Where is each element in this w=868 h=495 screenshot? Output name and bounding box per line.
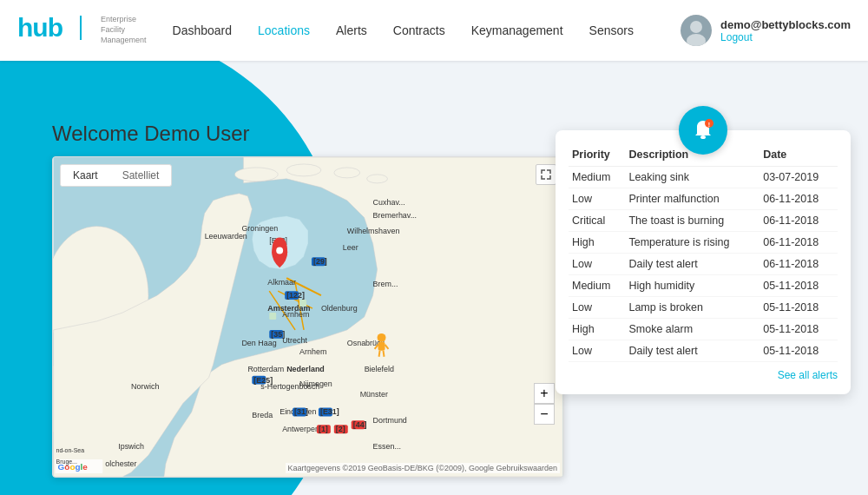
svg-text:[29]: [29] <box>313 257 327 266</box>
table-row: Low Daily test alert 06-11-2018 <box>569 254 838 275</box>
svg-text:[2]: [2] <box>336 425 345 433</box>
avatar <box>681 15 712 46</box>
alerts-table-body: Medium Leaking sink 03-07-2019 Low Print… <box>569 167 838 362</box>
alert-date: 05-11-2018 <box>760 275 838 297</box>
svg-line-75 <box>384 351 385 357</box>
zoom-out-button[interactable]: − <box>534 404 555 425</box>
svg-text:Arnhem: Arnhem <box>282 310 309 319</box>
alert-date: 05-11-2018 <box>760 340 838 362</box>
see-all-alerts[interactable]: See all alerts <box>569 362 838 381</box>
map-tab-kaart[interactable]: Kaart <box>61 165 110 186</box>
svg-text:Dortmund: Dortmund <box>373 416 407 425</box>
svg-text:[35]: [35] <box>271 330 285 339</box>
alert-description: Smoke alarm <box>625 319 760 340</box>
alert-date: 06-11-2018 <box>760 254 838 275</box>
svg-text:Brem...: Brem... <box>373 280 398 288</box>
alert-date: 06-11-2018 <box>760 188 838 210</box>
table-row: Low Lamp is broken 05-11-2018 <box>569 297 838 319</box>
alert-priority: Medium <box>569 167 625 188</box>
alert-description: Leaking sink <box>625 167 760 188</box>
svg-text:Ipswich: Ipswich <box>118 442 144 451</box>
svg-text:Münster: Münster <box>360 390 388 399</box>
nav-dashboard[interactable]: Dashboard <box>173 23 233 37</box>
nav-locations[interactable]: Locations <box>258 23 310 37</box>
logo-hub: hub <box>17 10 95 51</box>
table-row: Medium High humidity 05-11-2018 <box>569 275 838 297</box>
logout-link[interactable]: Logout <box>720 31 851 43</box>
svg-text:Nederland: Nederland <box>286 365 325 373</box>
nav-keymanagement[interactable]: Keymanagement <box>471 23 563 37</box>
map-tabs: Kaart Satelliet <box>60 164 172 187</box>
svg-text:Breda: Breda <box>252 411 273 419</box>
alert-priority: Medium <box>569 275 625 297</box>
svg-text:Oldenburg: Oldenburg <box>321 304 358 313</box>
svg-text:Bremerhav...: Bremerhav... <box>373 211 417 220</box>
header: hub Enterprise Facility Management Dashb… <box>0 0 868 61</box>
table-row: Low Printer malfunction 06-11-2018 <box>569 188 838 210</box>
map-tab-satelliet[interactable]: Satelliet <box>110 165 172 186</box>
svg-point-70 <box>378 333 386 342</box>
table-row: High Smoke alarm 05-11-2018 <box>569 319 838 340</box>
alert-date: 06-11-2018 <box>760 232 838 254</box>
svg-text:Rotterdam: Rotterdam <box>247 365 284 373</box>
nav-alerts[interactable]: Alerts <box>336 23 367 37</box>
bell-icon-container: ! <box>679 106 727 155</box>
svg-text:olchester: olchester <box>105 459 136 468</box>
svg-text:Norwich: Norwich <box>131 382 159 391</box>
svg-text:Leeuwarden: Leeuwarden <box>205 232 247 241</box>
svg-text:Bruge...: Bruge... <box>56 459 77 465</box>
col-priority: Priority <box>569 143 625 167</box>
svg-point-3 <box>690 21 702 33</box>
svg-text:Leer: Leer <box>343 243 358 252</box>
table-row: High Temperature is rising 06-11-2018 <box>569 232 838 254</box>
svg-text:[122]: [122] <box>286 291 305 300</box>
zoom-in-button[interactable]: + <box>534 383 555 404</box>
nav-contracts[interactable]: Contracts <box>393 23 445 37</box>
svg-text:[E31]: [E31] <box>320 407 339 416</box>
svg-text:[1]: [1] <box>319 425 328 433</box>
svg-text:[E25]: [E25] <box>253 376 273 385</box>
alert-priority: Low <box>569 188 625 210</box>
alert-description: Temperature is rising <box>625 232 760 254</box>
alert-description: Daily test alert <box>625 254 760 275</box>
welcome-text: Welcome Demo User <box>52 122 250 146</box>
logo-area: hub Enterprise Facility Management <box>17 10 147 51</box>
alert-date: 06-11-2018 <box>760 210 838 232</box>
svg-text:Arnhem: Arnhem <box>299 347 326 356</box>
alert-priority: Critical <box>569 210 625 232</box>
svg-text:!: ! <box>708 122 710 128</box>
table-row: Critical The toast is burning 06-11-2018 <box>569 210 838 232</box>
alert-priority: High <box>569 232 625 254</box>
svg-text:hub: hub <box>17 13 63 42</box>
svg-point-13 <box>367 175 388 183</box>
alert-priority: Low <box>569 297 625 319</box>
alert-date: 03-07-2019 <box>760 167 838 188</box>
svg-text:[31]: [31] <box>294 407 308 416</box>
alert-description: Daily test alert <box>625 340 760 362</box>
svg-text:Alkmaar: Alkmaar <box>267 278 296 287</box>
svg-text:Antwerpen: Antwerpen <box>282 425 319 433</box>
svg-text:nd-on-Sea: nd-on-Sea <box>56 447 85 453</box>
svg-text:[44]: [44] <box>353 420 367 429</box>
svg-text:Utrecht: Utrecht <box>282 336 307 345</box>
svg-point-12 <box>334 168 360 178</box>
alert-priority: Low <box>569 254 625 275</box>
svg-rect-1 <box>80 16 82 40</box>
map-expand-icon[interactable] <box>536 164 556 185</box>
alert-description: Lamp is broken <box>625 297 760 319</box>
alert-priority: Low <box>569 340 625 362</box>
bell-icon: ! <box>691 118 715 142</box>
alert-description: The toast is burning <box>625 210 760 232</box>
alert-priority: High <box>569 319 625 340</box>
table-row: Medium Leaking sink 03-07-2019 <box>569 167 838 188</box>
svg-line-74 <box>379 351 380 357</box>
svg-text:Cuxhav...: Cuxhav... <box>373 198 405 207</box>
main-nav: Dashboard Locations Alerts Contracts Key… <box>173 23 681 37</box>
svg-text:Groningen: Groningen <box>241 224 278 233</box>
svg-text:Wilhelmshaven: Wilhelmshaven <box>347 227 400 235</box>
map-zoom-controls: + − <box>534 383 555 425</box>
svg-rect-19 <box>269 313 276 320</box>
main-content: Welcome Demo User Kaart Satelliet <box>0 61 868 495</box>
logo-subtitle: Enterprise Facility Management <box>101 15 147 45</box>
nav-sensors[interactable]: Sensors <box>589 23 634 37</box>
